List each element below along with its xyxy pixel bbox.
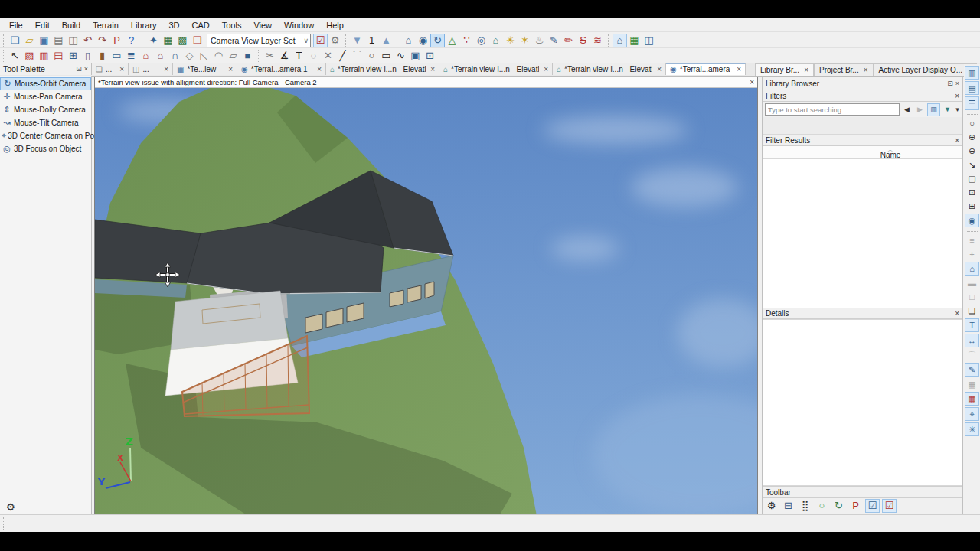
- tool-mouse-dolly-camera[interactable]: ⇕Mouse-Dolly Camera: [0, 103, 91, 116]
- gable-icon[interactable]: ∩: [168, 49, 182, 63]
- layer-set-dropdown[interactable]: Camera View Layer Set ∨: [207, 34, 311, 47]
- house-icon[interactable]: ⌂: [153, 49, 168, 63]
- overview-icon[interactable]: △: [445, 34, 459, 47]
- tab-elevation-2[interactable]: ⌂*Terrain view-i...n - Elevation 2×: [439, 63, 553, 75]
- new-plan-icon[interactable]: ❏: [8, 34, 22, 47]
- print-preview-icon[interactable]: ◫: [66, 34, 80, 47]
- display-options-icon[interactable]: ☑: [313, 34, 328, 47]
- tab-plan[interactable]: ▦*Te...iew×: [173, 63, 237, 75]
- rs-sprinkler-icon[interactable]: ✳: [965, 422, 979, 436]
- menu-3d[interactable]: 3D: [162, 20, 185, 31]
- wall-icon[interactable]: ▥: [37, 49, 51, 63]
- rs-library-browser-icon[interactable]: ▥: [965, 66, 979, 80]
- tab-doc-1[interactable]: ❏...×: [92, 63, 129, 75]
- window-icon[interactable]: ⊞: [66, 49, 80, 63]
- tab-camera-1[interactable]: ◉*Terrai...amera 1×: [237, 63, 326, 75]
- search-forward-button[interactable]: ▶: [914, 104, 926, 116]
- filter-caret-icon[interactable]: ▾: [955, 104, 960, 116]
- layout-page-icon[interactable]: P: [109, 34, 124, 47]
- layer-set-tag-icon[interactable]: ❏: [190, 34, 204, 47]
- lb-update-icon[interactable]: ↻: [831, 499, 846, 513]
- menu-help[interactable]: Help: [320, 20, 350, 31]
- rs-terrain-pencil-icon[interactable]: ✎: [965, 363, 979, 377]
- hatch-wall-icon[interactable]: ▨: [22, 49, 37, 63]
- picture-view-icon[interactable]: ▦: [627, 34, 642, 47]
- roof-icon[interactable]: ⌂: [139, 49, 153, 63]
- spline-icon[interactable]: ∿: [394, 49, 408, 63]
- results-list[interactable]: [763, 159, 962, 308]
- soffit-icon[interactable]: ▱: [226, 49, 240, 63]
- tab-active-layer-display[interactable]: Active Layer Display O...×: [874, 63, 977, 76]
- undo-icon[interactable]: ↶: [80, 34, 95, 47]
- room-divider-icon[interactable]: ◇: [182, 49, 197, 63]
- float-panel-icon[interactable]: ⊡: [947, 80, 953, 87]
- close-panel-icon[interactable]: ×: [84, 65, 88, 73]
- close-panel-icon[interactable]: ×: [956, 80, 959, 87]
- ceiling-plane-icon[interactable]: ◠: [211, 49, 226, 63]
- elevation-icon[interactable]: ⌂: [488, 34, 503, 47]
- box-icon[interactable]: ■: [240, 49, 255, 63]
- panel-layout-icon[interactable]: ◫: [642, 34, 656, 47]
- point-icon[interactable]: ✕: [321, 49, 335, 63]
- tab-library-browser[interactable]: Library Br...×: [755, 63, 814, 76]
- tab-plan-close[interactable]: ×: [228, 65, 233, 73]
- tab-camera-2[interactable]: ◉*Terrai...amera 2×: [666, 63, 746, 75]
- camera-lens-icon[interactable]: ◎: [474, 34, 488, 47]
- lb-preferences-icon[interactable]: P: [848, 499, 863, 513]
- mouse-orbit-camera-icon[interactable]: ↻: [430, 34, 445, 47]
- rs-orbit-icon[interactable]: ◉: [965, 214, 979, 227]
- filters-close-icon[interactable]: ×: [955, 92, 959, 100]
- half-wall-icon[interactable]: ▤: [51, 49, 66, 63]
- rs-arc-icon[interactable]: ⌒: [965, 349, 978, 361]
- rainbow-icon[interactable]: ≋: [590, 34, 605, 47]
- menu-window[interactable]: Window: [278, 20, 320, 31]
- viewport-close-icon[interactable]: ×: [750, 78, 754, 86]
- tab-elevation-1-close[interactable]: ×: [430, 65, 435, 73]
- select-arrow-icon[interactable]: ↖: [8, 49, 22, 63]
- cad-detail-icon[interactable]: ⊡: [423, 49, 437, 63]
- trim-icon[interactable]: ✂: [263, 49, 277, 63]
- rs-ruler-icon[interactable]: ▬: [965, 277, 978, 289]
- door-icon[interactable]: ▯: [80, 49, 95, 63]
- rs-house-edit-icon[interactable]: ⌂: [965, 262, 979, 276]
- 3d-viewport[interactable]: Z X Y: [95, 88, 757, 514]
- tool-3d-focus-object[interactable]: ◎3D Focus on Object: [0, 142, 91, 155]
- search-input[interactable]: [765, 103, 900, 116]
- tab-camera-2-close[interactable]: ×: [737, 65, 741, 73]
- default-settings-icon[interactable]: ⚙: [328, 34, 342, 47]
- tab-camera-1-close[interactable]: ×: [317, 65, 322, 73]
- sun-icon[interactable]: ☀: [503, 34, 518, 47]
- full-camera-icon[interactable]: ⌂: [401, 34, 416, 47]
- menu-tools[interactable]: Tools: [216, 20, 248, 31]
- rs-cross-icon[interactable]: +: [965, 248, 978, 260]
- tab-elevation-3[interactable]: ⌂*Terrain view-i...n - Elevation 3×: [553, 63, 666, 75]
- export-360-icon[interactable]: ▩: [175, 34, 190, 47]
- lb-list-view-icon[interactable]: ⊟: [781, 499, 795, 513]
- rs-expand-icon[interactable]: ⊞: [965, 200, 978, 212]
- tab-doc-2-close[interactable]: ×: [164, 65, 168, 73]
- rs-fill-building-icon[interactable]: ⊡: [965, 186, 978, 198]
- lb-folder-check-icon[interactable]: ☑: [865, 499, 880, 513]
- tab-elevation-1[interactable]: ⌂*Terrain view-i...n - Elevation 1×: [326, 63, 439, 75]
- lb-settings-icon[interactable]: ⚙: [764, 499, 779, 513]
- menu-cad[interactable]: CAD: [185, 20, 215, 31]
- rs-fill-window-icon[interactable]: ▢: [965, 172, 978, 184]
- results-column-name[interactable]: ︿ Name: [818, 146, 962, 158]
- rs-text-icon[interactable]: T: [965, 318, 979, 332]
- lb-folder-red-check-icon[interactable]: ☑: [882, 499, 897, 513]
- dimension-icon[interactable]: ∡: [277, 49, 292, 63]
- help-icon[interactable]: ?: [124, 34, 139, 47]
- redo-icon[interactable]: ↷: [95, 34, 109, 47]
- tool-mouse-pan-camera[interactable]: ✛Mouse-Pan Camera: [0, 90, 91, 103]
- tab-project-browser[interactable]: Project Br...×: [814, 63, 874, 76]
- tab-library-browser-close[interactable]: ×: [804, 66, 808, 74]
- edit-render-icon[interactable]: ✦: [146, 34, 161, 47]
- rs-layer-options-icon[interactable]: ☰: [965, 96, 979, 110]
- tab-doc-1-close[interactable]: ×: [119, 65, 124, 73]
- lasso-icon[interactable]: ◌: [306, 49, 321, 63]
- rs-blank-icon[interactable]: □: [965, 291, 978, 303]
- browse-library-button[interactable]: ▥: [927, 103, 940, 116]
- save-icon[interactable]: ▣: [37, 34, 51, 47]
- menu-library[interactable]: Library: [125, 20, 163, 31]
- search-back-button[interactable]: ◀: [901, 104, 913, 116]
